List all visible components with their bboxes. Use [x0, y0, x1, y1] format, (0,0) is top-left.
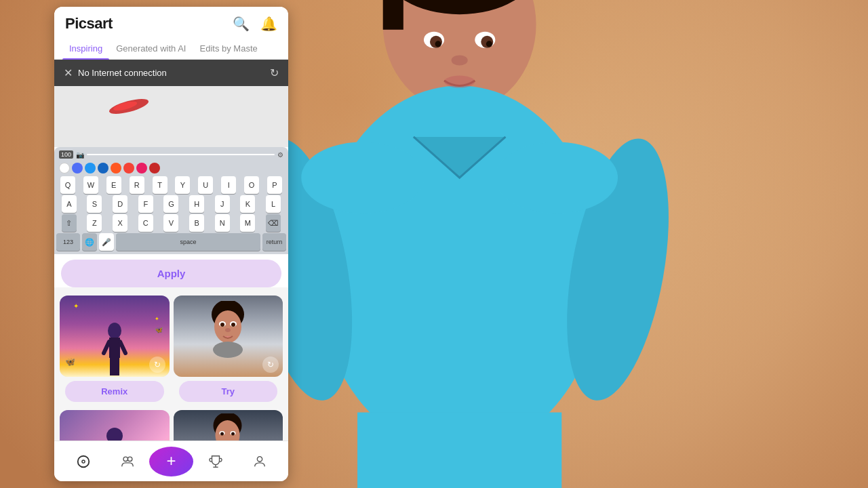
fantasy-card-wrapper: ✦ ✦ — [60, 296, 170, 406]
kb-row-asdf: A S D F G H J K L — [56, 195, 286, 213]
key-c[interactable]: C — [138, 214, 153, 232]
apply-button[interactable]: Apply — [61, 260, 281, 287]
app-logo: Picsart — [65, 15, 113, 33]
key-m[interactable]: M — [240, 214, 255, 232]
key-a[interactable]: A — [62, 195, 77, 213]
nav-community[interactable] — [105, 454, 149, 469]
svg-point-19 — [444, 76, 475, 88]
home-icon — [76, 454, 91, 469]
svg-rect-26 — [110, 357, 115, 375]
community-icon — [120, 454, 135, 469]
color-white[interactable] — [59, 163, 70, 174]
key-space[interactable]: space — [116, 233, 260, 251]
nav-create[interactable]: + — [149, 447, 193, 476]
refresh-icon[interactable]: ↻ — [270, 66, 279, 79]
svg-point-22 — [108, 323, 121, 339]
nav-profile[interactable] — [237, 454, 281, 469]
nav-home[interactable] — [61, 454, 105, 469]
key-f[interactable]: F — [138, 195, 153, 213]
try-button-2[interactable]: Try — [179, 381, 278, 402]
key-i[interactable]: I — [221, 176, 236, 194]
key-u[interactable]: U — [198, 176, 213, 194]
card-remix-icon-2[interactable]: ↻ — [262, 357, 279, 373]
top-image-area — [54, 86, 288, 147]
key-w[interactable]: W — [83, 176, 98, 194]
portrait-card: ↻ — [174, 296, 283, 377]
content-area: 100 📷 ⚙ — [54, 86, 288, 452]
bell-icon[interactable]: 🔔 — [260, 16, 277, 32]
tab-inspiring[interactable]: Inspiring — [62, 38, 109, 59]
svg-point-34 — [225, 328, 231, 332]
color-darkblue[interactable] — [98, 163, 108, 174]
key-g[interactable]: G — [163, 195, 178, 213]
kb-settings-icon[interactable]: ⚙ — [277, 151, 283, 159]
top-section: 100 📷 ⚙ — [54, 86, 288, 287]
key-s[interactable]: S — [87, 195, 102, 213]
kb-text-input[interactable] — [87, 154, 275, 155]
key-b[interactable]: B — [189, 214, 204, 232]
plus-icon: + — [166, 453, 176, 469]
svg-point-45 — [220, 432, 224, 436]
tab-generated[interactable]: Generated with AI — [109, 38, 193, 59]
svg-point-46 — [231, 432, 235, 436]
key-h[interactable]: H — [189, 195, 204, 213]
key-e[interactable]: E — [106, 176, 121, 194]
svg-point-51 — [82, 460, 84, 462]
color-red[interactable] — [123, 163, 134, 174]
key-return[interactable]: return — [262, 233, 286, 251]
color-darkred[interactable] — [149, 163, 160, 174]
color-blue[interactable] — [72, 163, 83, 174]
portrait-card-wrapper: ↻ Try — [174, 296, 283, 406]
svg-point-9 — [301, 142, 424, 213]
key-l[interactable]: L — [266, 195, 281, 213]
key-o[interactable]: O — [244, 176, 259, 194]
svg-point-16 — [435, 41, 441, 47]
remix-button[interactable]: Remix — [65, 381, 164, 402]
error-message: No Internet connection — [78, 68, 167, 78]
key-p[interactable]: P — [267, 176, 282, 194]
svg-point-52 — [123, 457, 127, 461]
key-n[interactable]: N — [215, 214, 230, 232]
key-k[interactable]: K — [240, 195, 255, 213]
mobile-app: Picsart 🔍 🔔 Inspiring Generated with AI … — [54, 7, 288, 481]
key-j[interactable]: J — [215, 195, 230, 213]
key-shift[interactable]: ⇧ — [62, 214, 77, 232]
decoration-swirl — [103, 90, 154, 122]
search-icon[interactable]: 🔍 — [233, 16, 250, 32]
svg-point-56 — [257, 456, 262, 461]
key-backspace[interactable]: ⌫ — [266, 214, 281, 232]
error-bar-content: ✕ No Internet connection — [64, 66, 167, 79]
key-mic[interactable]: 🎤 — [99, 233, 114, 251]
card-row-1: ✦ ✦ — [60, 296, 283, 406]
fantasy-card: ✦ ✦ — [60, 296, 170, 377]
color-pink[interactable] — [136, 163, 147, 174]
svg-rect-11 — [357, 412, 561, 488]
key-globe[interactable]: 🌐 — [82, 233, 97, 251]
svg-point-53 — [127, 457, 132, 461]
nav-trophy[interactable] — [193, 454, 237, 469]
key-y[interactable]: Y — [175, 176, 190, 194]
key-q[interactable]: Q — [60, 176, 75, 194]
key-123[interactable]: 123 — [56, 233, 80, 251]
kb-camera-icon[interactable]: 📷 — [76, 151, 84, 159]
tabs-bar: Inspiring Generated with AI Edits by Mas… — [54, 38, 288, 60]
key-d[interactable]: D — [113, 195, 127, 213]
key-r[interactable]: R — [130, 176, 144, 194]
error-bar: ✕ No Internet connection ↻ — [54, 60, 288, 86]
color-blue2[interactable] — [85, 163, 96, 174]
key-t[interactable]: T — [153, 176, 167, 194]
tab-edits[interactable]: Edits by Maste — [193, 38, 264, 59]
svg-line-24 — [104, 342, 109, 353]
svg-point-17 — [486, 41, 492, 47]
key-x[interactable]: X — [113, 214, 127, 232]
color-orange[interactable] — [111, 163, 121, 174]
cards-section: ✦ ✦ — [54, 293, 288, 452]
app-header: Picsart 🔍 🔔 — [54, 7, 288, 38]
key-z[interactable]: Z — [87, 214, 102, 232]
card-remix-icon-1[interactable]: ↻ — [149, 357, 165, 373]
svg-point-36 — [213, 342, 243, 358]
svg-point-33 — [231, 323, 235, 327]
error-close-icon[interactable]: ✕ — [64, 66, 73, 79]
svg-rect-27 — [115, 357, 119, 375]
key-v[interactable]: V — [163, 214, 178, 232]
